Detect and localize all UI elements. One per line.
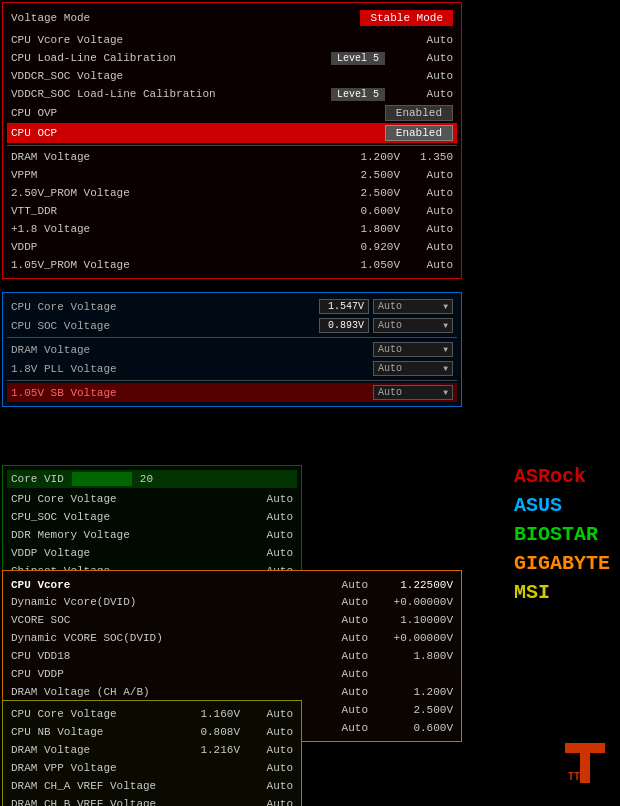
llc-level: Level 5 [331,52,385,65]
vddcr-soc-row: VDDCR_SOC Voltage Auto [7,67,457,85]
gigabyte-brand: GIGABYTE [514,552,610,575]
msi-vref-a-values: Auto [185,780,293,792]
og-dvid-label: Dynamic Vcore(DVID) [11,596,308,608]
vddcr-soc-value: Auto [393,70,453,82]
core-vid-bar: Core VID 20 [7,470,297,488]
asus-brand: ASUS [514,494,610,517]
og-vddp-auto: Auto [308,668,368,680]
cpu-core-dropdown[interactable]: Auto ▼ [373,299,453,314]
asus-sb-label: 1.05V SB Voltage [11,387,373,399]
msi-cpu-core-auto: Auto [248,708,293,720]
dram-voltage-label: DRAM Voltage [11,151,345,163]
gb-cpu-soc-label: CPU_SOC Voltage [11,511,233,523]
asus-dram-dropdown[interactable]: Auto ▼ [373,342,453,357]
msi-panel: CPU Core Voltage 1.160V Auto CPU NB Volt… [2,700,302,806]
soc-llc-level: Level 5 [331,88,385,101]
asus-sb-dropdown-val: Auto [378,387,402,398]
cpu-core-input[interactable]: 1.547V [319,299,369,314]
cpu-llc-label: CPU Load-Line Calibration [11,52,331,64]
cpu-vcore-label: CPU Vcore Voltage [11,34,393,46]
vtt-ddr-num: 0.600V [345,205,400,217]
msi-vref-a-label: DRAM CH_A VREF Voltage [11,780,185,792]
dram-voltage-auto: 1.350 [408,151,453,163]
dropdown-arrow3-icon: ▼ [443,345,448,354]
og-cpu-vcore-auto: Auto [308,579,368,591]
vppm-label: VPPM [11,169,345,181]
og-cpu-vcore-label: CPU Vcore [11,579,308,591]
og-vddp-label: CPU VDDP [11,668,308,680]
asus-divider [7,337,457,338]
biostar-brand: BIOSTAR [514,523,610,546]
cpu-llc-row: CPU Load-Line Calibration Level 5 Auto [7,49,457,67]
msi-cpu-core-num: 1.160V [185,708,240,720]
vtt-ddr-values: 0.600V Auto [345,205,453,217]
msi-vref-b-row: DRAM CH_B VREF Voltage Auto [7,795,297,806]
vddp-num: 0.920V [345,241,400,253]
asus-dram-label: DRAM Voltage [11,344,373,356]
vddp-label: VDDP [11,241,345,253]
prom105-auto: Auto [408,259,453,271]
og-dvid-auto: Auto [308,596,368,608]
core-vid-value: 20 [140,473,153,485]
msi-cpu-nb-num: 0.808V [185,726,240,738]
msi-cpu-nb-label: CPU NB Voltage [11,726,185,738]
msi-cpu-nb-row: CPU NB Voltage 0.808V Auto [7,723,297,741]
msi-dram-values: 1.216V Auto [185,744,293,756]
gb-ddr-value: Auto [233,529,293,541]
og-vcore-soc-val: 1.10000V [368,614,453,626]
cpu-llc-value: Auto [393,52,453,64]
msi-vref-a-auto: Auto [248,780,293,792]
vddcr-soc-llc-row: VDDCR_SOC Load-Line Calibration Level 5 … [7,85,457,103]
msi-dram-auto: Auto [248,744,293,756]
dropdown-arrow4-icon: ▼ [443,364,448,373]
voltage-mode-label: Voltage Mode [11,12,90,24]
cpu-soc-input[interactable]: 0.893V [319,318,369,333]
dram-voltage-row: DRAM Voltage 1.200V 1.350 [7,148,457,166]
cpu-ocp-label: CPU OCP [11,127,385,139]
og-dvid-row: Dynamic Vcore(DVID) Auto +0.00000V [7,593,457,611]
msi-dram-num: 1.216V [185,744,240,756]
msi-dram-vpp-values: Auto [185,762,293,774]
msi-vref-a-row: DRAM CH_A VREF Voltage Auto [7,777,297,795]
vppm-auto: Auto [408,169,453,181]
gb-ddr-label: DDR Memory Voltage [11,529,233,541]
prom-voltage-num: 2.500V [345,187,400,199]
cpu-vcore-value: Auto [393,34,453,46]
og-dvid-soc-auto: Auto [308,632,368,644]
cpu-ocp-row[interactable]: CPU OCP Enabled [7,123,457,143]
asus-cpu-core-row: CPU Core Voltage 1.547V Auto ▼ [7,297,457,316]
core-vid-label: Core VID [11,473,64,485]
vddcr-soc-label: VDDCR_SOC Voltage [11,70,393,82]
asus-pll-dropdown[interactable]: Auto ▼ [373,361,453,376]
cpu-vcore-row: CPU Vcore Voltage Auto [7,31,457,49]
prom105-row: 1.05V_PROM Voltage 1.050V Auto [7,256,457,274]
gb-cpu-core-value: Auto [233,493,293,505]
msi-vref-b-values: Auto [185,798,293,806]
asus-dram-dropdown-val: Auto [378,344,402,355]
asus-pll-label: 1.8V PLL Voltage [11,363,373,375]
gb-vddp-value: Auto [233,547,293,559]
asus-pll-row: 1.8V PLL Voltage Auto ▼ [7,359,457,378]
msi-cpu-core-label: CPU Core Voltage [11,708,185,720]
msi-dram-row: DRAM Voltage 1.216V Auto [7,741,297,759]
cpu-soc-dropdown[interactable]: Auto ▼ [373,318,453,333]
asrock-brand: ASRock [514,465,610,488]
dropdown-arrow2-icon: ▼ [443,321,448,330]
og-dvid-soc-val: +0.00000V [368,632,453,644]
msi-cpu-core-row: CPU Core Voltage 1.160V Auto [7,705,297,723]
og-vdd18-val: 1.800V [368,650,453,662]
tt-logo-icon: TT [560,738,610,788]
asrock-panel: Voltage Mode Stable Mode CPU Vcore Volta… [2,2,462,279]
og-dvid-soc-row: Dynamic VCORE SOC(DVID) Auto +0.00000V [7,629,457,647]
asus-sb-dropdown[interactable]: Auto ▼ [373,385,453,400]
v18-voltage-row: +1.8 Voltage 1.800V Auto [7,220,457,238]
msi-dram-label: DRAM Voltage [11,744,185,756]
panel-header: Voltage Mode Stable Mode [7,7,457,29]
cpu-core-dropdown-val: Auto [378,301,402,312]
gb-cpu-core-row: CPU Core Voltage Auto [7,490,297,508]
asus-dram-row: DRAM Voltage Auto ▼ [7,340,457,359]
v18-voltage-label: +1.8 Voltage [11,223,345,235]
og-vdd18-auto: Auto [308,650,368,662]
msi-cpu-nb-auto: Auto [248,726,293,738]
core-vid-fill [72,472,132,486]
